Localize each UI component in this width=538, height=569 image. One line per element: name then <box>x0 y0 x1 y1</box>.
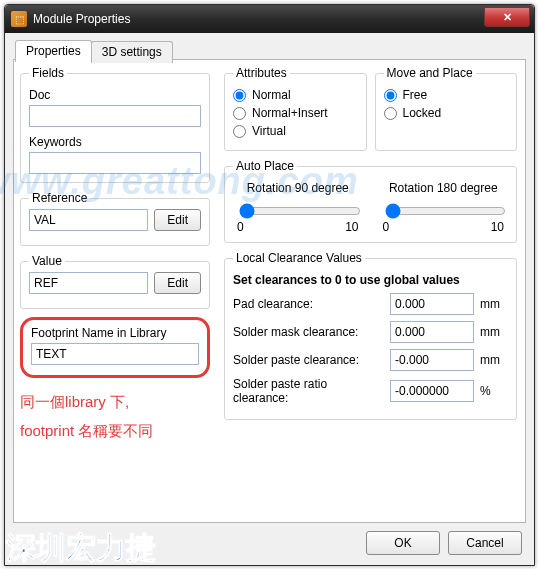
fields-group: Fields Doc Keywords <box>20 66 210 183</box>
pad-clearance-input[interactable] <box>390 293 474 315</box>
attr-virtual[interactable]: Virtual <box>233 124 358 138</box>
left-column: Fields Doc Keywords Reference Edit Value <box>14 60 216 522</box>
app-icon: ⬚ <box>11 11 27 27</box>
attr-normal-insert-radio[interactable] <box>233 107 246 120</box>
keywords-input[interactable] <box>29 152 201 174</box>
reference-group: Reference Edit <box>20 191 210 246</box>
value-edit-button[interactable]: Edit <box>154 272 201 294</box>
solder-paste-row: Solder paste clearance: mm <box>233 349 508 371</box>
dialog-buttons: OK Cancel <box>366 531 522 555</box>
attr-normal-insert[interactable]: Normal+Insert <box>233 106 358 120</box>
keywords-label: Keywords <box>29 135 201 149</box>
attr-normal-radio[interactable] <box>233 89 246 102</box>
clearance-group: Local Clearance Values Set clearances to… <box>224 251 517 420</box>
close-button[interactable]: ✕ <box>484 7 530 27</box>
attributes-group: Attributes Normal Normal+Insert Virtual <box>224 66 367 151</box>
mp-locked-radio[interactable] <box>384 107 397 120</box>
tab-properties[interactable]: Properties <box>15 40 92 62</box>
annotation-text: 同一個library 下, footprint 名稱要不同 <box>20 388 210 445</box>
doc-label: Doc <box>29 88 201 102</box>
mp-free-radio[interactable] <box>384 89 397 102</box>
annotation-line1: 同一個library 下, <box>20 388 210 417</box>
cancel-button[interactable]: Cancel <box>448 531 522 555</box>
rot180-label: Rotation 180 degree <box>379 181 509 195</box>
auto-place-group: Auto Place Rotation 90 degree 0 10 <box>224 159 517 243</box>
module-properties-window: ⬚ Module Properties ✕ Properties 3D sett… <box>4 4 535 566</box>
watermark-brand: 深圳宏力捷 <box>6 528 156 569</box>
auto-place-legend: Auto Place <box>233 159 297 173</box>
right-column: Attributes Normal Normal+Insert Virtual <box>216 60 525 522</box>
client-area: Properties 3D settings Fields Doc Keywor… <box>5 33 534 565</box>
value-group: Value Edit <box>20 254 210 309</box>
move-place-group: Move and Place Free Locked <box>375 66 518 151</box>
solder-paste-ratio-row: Solder paste ratio clearance: % <box>233 377 508 405</box>
solder-mask-row: Solder mask clearance: mm <box>233 321 508 343</box>
tabstrip: Properties 3D settings <box>15 39 172 61</box>
attributes-legend: Attributes <box>233 66 290 80</box>
solder-paste-ratio-input[interactable] <box>390 380 474 402</box>
attr-normal[interactable]: Normal <box>233 88 358 102</box>
rot90-label: Rotation 90 degree <box>233 181 363 195</box>
annotation-line2: footprint 名稱要不同 <box>20 417 210 446</box>
reference-legend: Reference <box>29 191 90 205</box>
solder-mask-input[interactable] <box>390 321 474 343</box>
value-legend: Value <box>29 254 65 268</box>
clearance-hint: Set clearances to 0 to use global values <box>233 273 508 287</box>
reference-edit-button[interactable]: Edit <box>154 209 201 231</box>
value-input[interactable] <box>29 272 148 294</box>
tab-page-properties: Fields Doc Keywords Reference Edit Value <box>13 59 526 523</box>
pad-clearance-row: Pad clearance: mm <box>233 293 508 315</box>
footprint-highlight-box: Footprint Name in Library <box>20 317 210 378</box>
rot180-slider[interactable] <box>385 203 507 219</box>
ok-button[interactable]: OK <box>366 531 440 555</box>
titlebar[interactable]: ⬚ Module Properties ✕ <box>5 5 534 33</box>
move-place-legend: Move and Place <box>384 66 476 80</box>
mp-locked[interactable]: Locked <box>384 106 509 120</box>
mp-free[interactable]: Free <box>384 88 509 102</box>
attr-virtual-radio[interactable] <box>233 125 246 138</box>
solder-paste-input[interactable] <box>390 349 474 371</box>
rot90-slider[interactable] <box>239 203 361 219</box>
reference-input[interactable] <box>29 209 148 231</box>
footprint-input[interactable] <box>31 343 199 365</box>
window-title: Module Properties <box>33 12 130 26</box>
tab-3d-settings[interactable]: 3D settings <box>91 41 173 63</box>
clearance-legend: Local Clearance Values <box>233 251 365 265</box>
footprint-legend: Footprint Name in Library <box>31 326 199 340</box>
fields-legend: Fields <box>29 66 67 80</box>
doc-input[interactable] <box>29 105 201 127</box>
